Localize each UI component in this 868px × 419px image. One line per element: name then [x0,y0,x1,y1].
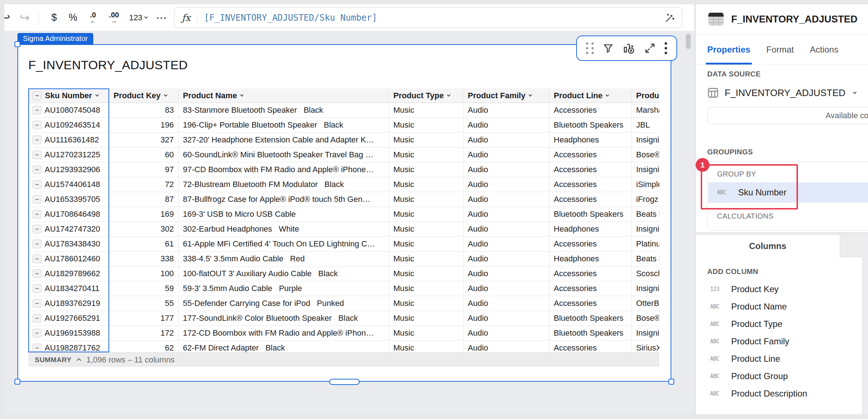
collapse-row-icon[interactable]: − [33,314,41,323]
cell[interactable]: Audio [463,222,549,236]
collapse-row-icon[interactable]: − [33,284,41,293]
cell[interactable]: 61-Apple MFi Certified 4' Touch On LED L… [179,237,389,251]
tab-properties[interactable]: Properties [707,34,750,65]
cell[interactable]: −AU1927665291 [28,311,109,325]
cell[interactable]: OtterBox [632,296,659,311]
collapse-row-icon[interactable]: − [33,195,41,204]
cell[interactable]: iFrogz [632,192,659,207]
cell[interactable]: Music [389,311,463,325]
cell[interactable]: 172-CD Boombox with FM Radio and Apple® … [179,326,389,340]
chevron-up-icon[interactable] [77,358,81,363]
tab-actions[interactable]: Actions [810,34,839,65]
cell[interactable]: −AU1080745048 [28,103,109,117]
cell[interactable]: Accessories [549,177,632,192]
cell[interactable]: 177-SoundLink® Color Bluetooth Speaker B… [179,311,389,325]
resize-handle-top-left[interactable] [15,41,20,47]
cell[interactable]: 196-Clip+ Portable Bluetooth Speaker Bla… [179,118,389,132]
cell[interactable]: Marshall [632,103,659,117]
workbook-canvas[interactable]: Sigma Administrator F_INVENTORY_ADJUSTED… [4,31,694,414]
resize-handle-bottom-center[interactable] [329,379,360,385]
add-column-item-product-family[interactable]: ABCProduct Family [696,333,862,350]
cell[interactable]: Audio [463,341,549,352]
maximize-icon[interactable] [644,43,655,54]
cell[interactable]: −AU1293932906 [28,162,109,177]
chevron-down-icon[interactable] [95,93,99,97]
cell[interactable]: 97 [109,162,179,177]
group-by-item-sku-number[interactable]: ABC Sku Number [708,182,868,203]
add-chart-icon[interactable] [623,42,635,54]
cell[interactable]: 62 [109,341,179,352]
undo-icon[interactable]: ↩ [4,11,13,25]
search-input[interactable] [707,107,868,124]
add-column-item-product-key[interactable]: 123Product Key [696,281,862,298]
resize-handle-bottom-left[interactable] [15,379,20,385]
cell[interactable]: Music [389,237,463,251]
cell[interactable]: 87 [109,192,179,207]
cell[interactable]: 59 [109,281,179,296]
cell[interactable]: Audio [463,296,549,311]
column-header-product-family[interactable]: Product Family [463,88,549,103]
cell[interactable]: Music [389,296,463,311]
cell[interactable]: 83-Stanmore Bluetooth Speaker Black [179,103,389,117]
tab-format[interactable]: Format [766,34,794,65]
filter-icon[interactable] [603,43,614,54]
chevron-down-icon[interactable] [606,93,609,97]
cell[interactable]: Accessories [549,281,632,296]
formula-expression[interactable]: [F_INVENTORY_ADJUSTED/Sku Number] [204,13,377,23]
cell[interactable]: Music [389,192,463,207]
cell[interactable]: Music [389,341,463,352]
cell[interactable]: Audio [463,177,549,192]
add-column-item-product-type[interactable]: ABCProduct Type [696,315,862,333]
cell[interactable]: −AU1786012460 [28,252,109,266]
cell[interactable]: 72-Blustream Bluetooth FM Modulator Blac… [179,177,389,192]
kebab-menu-icon[interactable] [664,42,667,54]
cell[interactable]: 172 [109,326,179,340]
summary-toggle[interactable]: SUMMARY [35,356,71,364]
cell[interactable]: Music [389,266,463,281]
cell[interactable]: Insignia [632,281,659,296]
cell[interactable]: −AU1653395705 [28,192,109,207]
collapse-row-icon[interactable]: − [33,344,41,352]
collapse-group-icon[interactable]: − [33,91,41,100]
cell[interactable]: 62-FM Direct Adapter Black [179,341,389,352]
cell[interactable]: Bluetooth Speakers [549,326,632,340]
collapse-row-icon[interactable]: − [33,210,41,219]
collapse-row-icon[interactable]: − [33,150,41,159]
add-column-item-product-line[interactable]: ABCProduct Line [696,350,862,368]
cell[interactable]: Beats by [632,252,659,266]
cell[interactable]: 338-4.5' 3.5mm Audio Cable Red [179,252,389,266]
collapse-row-icon[interactable]: − [33,121,41,129]
cell[interactable]: Music [389,103,463,117]
cell[interactable]: 60 [109,148,179,162]
redo-icon[interactable]: ↪ [17,11,33,25]
cell[interactable]: Insignia [632,222,659,236]
more-formats-button[interactable]: ⋯ [152,11,171,24]
add-column-item-product-name[interactable]: ABCProduct Name [696,298,862,315]
cell[interactable]: 83 [109,103,179,117]
cell[interactable]: −AU1783438430 [28,237,109,251]
cell[interactable]: −AU1092463514 [28,118,109,132]
data-source-selector[interactable]: F_INVENTORY_ADJUSTED [707,85,856,101]
cell[interactable]: 327-20' Headphone Extension Cable and Ad… [179,133,389,147]
collapse-row-icon[interactable]: − [33,165,41,174]
chevron-down-icon[interactable] [528,93,532,97]
cell[interactable]: Insignia [632,133,659,147]
column-header-product-type[interactable]: Product Type [389,88,463,103]
add-column-item-product-group[interactable]: ABCProduct Group [696,368,862,385]
cell[interactable]: 60-SoundLink® Mini Bluetooth Speaker Tra… [179,148,389,162]
collapse-row-icon[interactable]: − [33,269,41,278]
cell[interactable]: −AU1270231225 [28,148,109,162]
cell[interactable]: 169-3' USB to Micro USB Cable [179,207,389,221]
cell[interactable]: Audio [463,326,549,340]
chevron-down-icon[interactable] [447,93,451,97]
chevron-down-icon[interactable] [240,93,244,97]
number-format-dropdown[interactable]: 123 [124,13,152,22]
cell[interactable]: Accessories [549,148,632,162]
cell[interactable]: SiriusXM [632,341,659,352]
cell[interactable]: Audio [463,311,549,325]
cell[interactable]: 338 [109,252,179,266]
column-header-product-line[interactable]: Product Line [549,88,632,103]
cell[interactable]: −AU1969153988 [28,326,109,340]
cell[interactable]: Audio [463,266,549,281]
collapse-row-icon[interactable]: − [33,329,41,337]
